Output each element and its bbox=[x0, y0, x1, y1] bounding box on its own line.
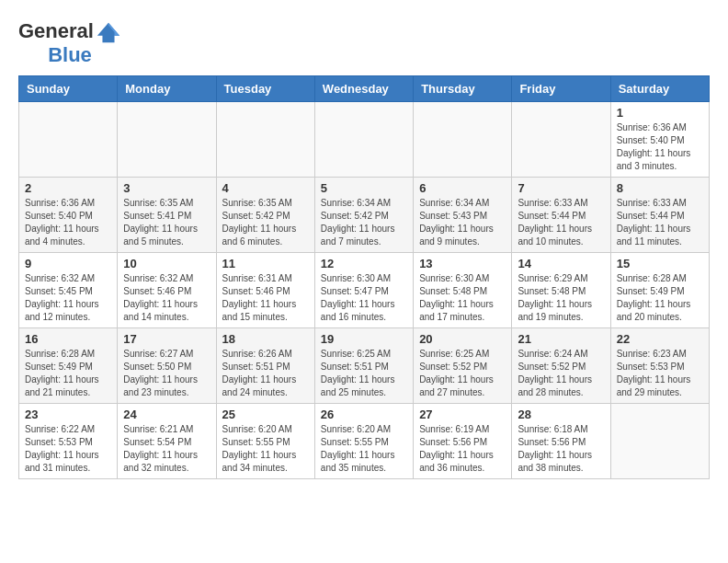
day-info: Sunrise: 6:21 AM Sunset: 5:54 PM Dayligh… bbox=[123, 423, 210, 475]
calendar-cell: 22Sunrise: 6:23 AM Sunset: 5:53 PM Dayli… bbox=[610, 328, 709, 404]
day-number: 13 bbox=[419, 257, 506, 270]
day-number: 5 bbox=[321, 181, 407, 195]
day-info: Sunrise: 6:25 AM Sunset: 5:52 PM Dayligh… bbox=[419, 348, 506, 399]
calendar-week-5: 23Sunrise: 6:22 AM Sunset: 5:53 PM Dayli… bbox=[19, 404, 710, 479]
calendar-cell bbox=[512, 102, 610, 178]
day-info: Sunrise: 6:22 AM Sunset: 5:53 PM Dayligh… bbox=[25, 423, 111, 475]
day-number: 3 bbox=[123, 181, 210, 195]
calendar-cell: 6Sunrise: 6:34 AM Sunset: 5:43 PM Daylig… bbox=[414, 178, 512, 253]
weekday-header-tuesday: Tuesday bbox=[216, 76, 314, 102]
day-info: Sunrise: 6:28 AM Sunset: 5:49 PM Dayligh… bbox=[25, 348, 111, 399]
logo-text: General bbox=[18, 20, 94, 42]
calendar-week-4: 16Sunrise: 6:28 AM Sunset: 5:49 PM Dayli… bbox=[19, 328, 710, 404]
weekday-header-saturday: Saturday bbox=[610, 76, 709, 102]
day-number: 8 bbox=[617, 181, 703, 195]
calendar-cell: 28Sunrise: 6:18 AM Sunset: 5:56 PM Dayli… bbox=[512, 404, 610, 479]
day-info: Sunrise: 6:27 AM Sunset: 5:50 PM Dayligh… bbox=[123, 348, 210, 399]
day-info: Sunrise: 6:30 AM Sunset: 5:48 PM Dayligh… bbox=[419, 272, 506, 324]
day-info: Sunrise: 6:36 AM Sunset: 5:40 PM Dayligh… bbox=[25, 197, 111, 248]
calendar-cell: 11Sunrise: 6:31 AM Sunset: 5:46 PM Dayli… bbox=[216, 253, 314, 328]
calendar-cell: 14Sunrise: 6:29 AM Sunset: 5:48 PM Dayli… bbox=[512, 253, 610, 328]
day-number: 7 bbox=[518, 181, 604, 195]
day-number: 21 bbox=[518, 332, 604, 346]
day-number: 27 bbox=[419, 408, 506, 421]
calendar-cell bbox=[216, 102, 314, 178]
day-info: Sunrise: 6:18 AM Sunset: 5:56 PM Dayligh… bbox=[518, 423, 604, 475]
day-number: 4 bbox=[222, 181, 309, 195]
page-header: General Blue bbox=[18, 18, 710, 66]
calendar-cell: 5Sunrise: 6:34 AM Sunset: 5:42 PM Daylig… bbox=[314, 178, 413, 253]
calendar-cell: 15Sunrise: 6:28 AM Sunset: 5:49 PM Dayli… bbox=[610, 253, 709, 328]
calendar-cell: 8Sunrise: 6:33 AM Sunset: 5:44 PM Daylig… bbox=[610, 178, 709, 253]
day-number: 24 bbox=[123, 408, 210, 421]
logo-icon bbox=[96, 18, 121, 44]
calendar-cell bbox=[414, 102, 512, 178]
weekday-header-thursday: Thursday bbox=[414, 76, 512, 102]
calendar-body: 1Sunrise: 6:36 AM Sunset: 5:40 PM Daylig… bbox=[19, 102, 710, 479]
day-info: Sunrise: 6:35 AM Sunset: 5:42 PM Dayligh… bbox=[222, 197, 309, 248]
day-number: 6 bbox=[419, 181, 506, 195]
day-number: 22 bbox=[617, 332, 703, 346]
day-info: Sunrise: 6:26 AM Sunset: 5:51 PM Dayligh… bbox=[222, 348, 309, 399]
weekday-header-monday: Monday bbox=[118, 76, 216, 102]
calendar-cell bbox=[610, 404, 709, 479]
calendar-cell: 20Sunrise: 6:25 AM Sunset: 5:52 PM Dayli… bbox=[414, 328, 512, 404]
day-number: 23 bbox=[25, 408, 111, 421]
weekday-header-friday: Friday bbox=[512, 76, 610, 102]
day-number: 10 bbox=[123, 257, 210, 270]
calendar-cell: 19Sunrise: 6:25 AM Sunset: 5:51 PM Dayli… bbox=[314, 328, 413, 404]
day-number: 25 bbox=[222, 408, 309, 421]
day-info: Sunrise: 6:31 AM Sunset: 5:46 PM Dayligh… bbox=[222, 272, 309, 324]
calendar-cell: 1Sunrise: 6:36 AM Sunset: 5:40 PM Daylig… bbox=[610, 102, 709, 178]
calendar-cell: 4Sunrise: 6:35 AM Sunset: 5:42 PM Daylig… bbox=[216, 178, 314, 253]
day-info: Sunrise: 6:20 AM Sunset: 5:55 PM Dayligh… bbox=[321, 423, 407, 475]
calendar-header: SundayMondayTuesdayWednesdayThursdayFrid… bbox=[19, 76, 710, 102]
calendar-week-1: 1Sunrise: 6:36 AM Sunset: 5:40 PM Daylig… bbox=[19, 102, 710, 178]
day-number: 9 bbox=[25, 257, 111, 270]
calendar-cell: 3Sunrise: 6:35 AM Sunset: 5:41 PM Daylig… bbox=[118, 178, 216, 253]
calendar-cell: 13Sunrise: 6:30 AM Sunset: 5:48 PM Dayli… bbox=[414, 253, 512, 328]
day-info: Sunrise: 6:36 AM Sunset: 5:40 PM Dayligh… bbox=[617, 121, 703, 173]
day-info: Sunrise: 6:20 AM Sunset: 5:55 PM Dayligh… bbox=[222, 423, 309, 475]
day-number: 15 bbox=[617, 257, 703, 270]
calendar-cell: 18Sunrise: 6:26 AM Sunset: 5:51 PM Dayli… bbox=[216, 328, 314, 404]
day-info: Sunrise: 6:19 AM Sunset: 5:56 PM Dayligh… bbox=[419, 423, 506, 475]
day-number: 1 bbox=[617, 106, 703, 120]
day-info: Sunrise: 6:34 AM Sunset: 5:43 PM Dayligh… bbox=[419, 197, 506, 248]
day-info: Sunrise: 6:25 AM Sunset: 5:51 PM Dayligh… bbox=[321, 348, 407, 399]
calendar-week-2: 2Sunrise: 6:36 AM Sunset: 5:40 PM Daylig… bbox=[19, 178, 710, 253]
calendar-table: SundayMondayTuesdayWednesdayThursdayFrid… bbox=[18, 75, 710, 479]
calendar-cell: 10Sunrise: 6:32 AM Sunset: 5:46 PM Dayli… bbox=[118, 253, 216, 328]
day-info: Sunrise: 6:33 AM Sunset: 5:44 PM Dayligh… bbox=[617, 197, 703, 248]
day-number: 19 bbox=[321, 332, 407, 346]
calendar-cell: 25Sunrise: 6:20 AM Sunset: 5:55 PM Dayli… bbox=[216, 404, 314, 479]
day-info: Sunrise: 6:29 AM Sunset: 5:48 PM Dayligh… bbox=[518, 272, 604, 324]
day-number: 11 bbox=[222, 257, 309, 270]
calendar-cell: 17Sunrise: 6:27 AM Sunset: 5:50 PM Dayli… bbox=[118, 328, 216, 404]
day-info: Sunrise: 6:32 AM Sunset: 5:46 PM Dayligh… bbox=[123, 272, 210, 324]
calendar-cell bbox=[314, 102, 413, 178]
day-info: Sunrise: 6:30 AM Sunset: 5:47 PM Dayligh… bbox=[321, 272, 407, 324]
day-info: Sunrise: 6:24 AM Sunset: 5:52 PM Dayligh… bbox=[518, 348, 604, 399]
calendar-cell bbox=[118, 102, 216, 178]
weekday-header-wednesday: Wednesday bbox=[314, 76, 413, 102]
calendar-cell: 27Sunrise: 6:19 AM Sunset: 5:56 PM Dayli… bbox=[414, 404, 512, 479]
day-info: Sunrise: 6:33 AM Sunset: 5:44 PM Dayligh… bbox=[518, 197, 604, 248]
calendar-cell: 2Sunrise: 6:36 AM Sunset: 5:40 PM Daylig… bbox=[19, 178, 118, 253]
calendar-cell: 16Sunrise: 6:28 AM Sunset: 5:49 PM Dayli… bbox=[19, 328, 118, 404]
day-number: 28 bbox=[518, 408, 604, 421]
day-info: Sunrise: 6:35 AM Sunset: 5:41 PM Dayligh… bbox=[123, 197, 210, 248]
day-number: 20 bbox=[419, 332, 506, 346]
logo: General Blue bbox=[18, 18, 121, 66]
calendar-cell: 23Sunrise: 6:22 AM Sunset: 5:53 PM Dayli… bbox=[19, 404, 118, 479]
day-number: 14 bbox=[518, 257, 604, 270]
day-number: 17 bbox=[123, 332, 210, 346]
calendar-cell: 7Sunrise: 6:33 AM Sunset: 5:44 PM Daylig… bbox=[512, 178, 610, 253]
day-info: Sunrise: 6:28 AM Sunset: 5:49 PM Dayligh… bbox=[617, 272, 703, 324]
logo-blue-text: Blue bbox=[48, 44, 92, 66]
calendar-cell: 26Sunrise: 6:20 AM Sunset: 5:55 PM Dayli… bbox=[314, 404, 413, 479]
calendar-cell: 9Sunrise: 6:32 AM Sunset: 5:45 PM Daylig… bbox=[19, 253, 118, 328]
day-number: 26 bbox=[321, 408, 407, 421]
day-info: Sunrise: 6:34 AM Sunset: 5:42 PM Dayligh… bbox=[321, 197, 407, 248]
weekday-header-sunday: Sunday bbox=[19, 76, 118, 102]
